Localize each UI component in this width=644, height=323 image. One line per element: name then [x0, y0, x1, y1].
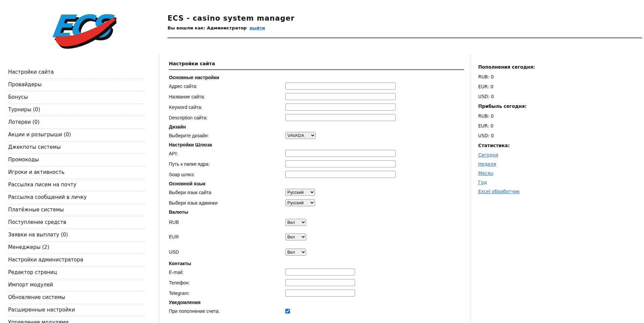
section-basic-settings: Основные настройки	[169, 73, 464, 81]
admin-language-row: Выбери язык админки Русский	[169, 198, 464, 208]
site-language-label: Выбери язык сайта	[169, 190, 285, 195]
telegram-row: Telegram:	[169, 288, 464, 298]
api-input[interactable]	[285, 150, 396, 157]
site-keyword-row: Keyword сайта:	[169, 102, 464, 112]
section-currencies: Валюты	[169, 208, 464, 215]
currency-rub-select[interactable]: Вкл	[285, 219, 306, 226]
profit-rub-value: RUB: 0	[478, 113, 641, 119]
sidebar-item-mail-broadcast[interactable]: Рассылка писем на почту	[7, 179, 145, 191]
sidebar-nav: Настройки сайта Провайдеры Бонусы Турнир…	[0, 54, 159, 323]
soap-gateway-row: Soap шлюз:	[169, 169, 464, 180]
section-contacts: Контакты	[169, 259, 464, 267]
deposits-rub-value: RUB: 0	[478, 74, 641, 79]
deposits-usd-value: USD: 0	[478, 94, 641, 99]
login-status-text: Вы вошли как: Администратор	[168, 25, 247, 30]
sidebar-item-jackpots[interactable]: Джекпоты системы	[7, 141, 145, 154]
deposit-notification-checkbox[interactable]	[285, 309, 290, 314]
telegram-input[interactable]	[285, 290, 355, 297]
stats-link-today[interactable]: Сегодня	[478, 153, 498, 157]
phone-row: Телефон:	[169, 277, 464, 288]
design-select-label: Выберите дизайн:	[169, 133, 285, 138]
site-keyword-input[interactable]	[285, 103, 396, 111]
ecs-logo[interactable]: ECS ECS	[47, 5, 116, 50]
admin-language-select[interactable]: Русский	[285, 199, 315, 206]
sidebar-item-bonuses[interactable]: Бонусы	[7, 91, 145, 104]
sidebar-item-tournaments[interactable]: Турниры (0)	[7, 104, 145, 116]
sidebar-item-payout-requests[interactable]: Заявки на выплату (0)	[7, 229, 145, 241]
site-description-input[interactable]	[285, 114, 396, 121]
site-language-select[interactable]: Русский	[285, 189, 315, 196]
content-columns: Настройки сайта Провайдеры Бонусы Турнир…	[0, 54, 644, 323]
core-path-row: Путь к папке ядра:	[169, 159, 464, 169]
admin-language-label: Выбери язык админки	[169, 200, 285, 206]
site-description-row: Description сайта:	[169, 112, 464, 123]
profit-eur-value: EUR: 0	[478, 123, 641, 129]
section-main-language: Основной язык	[169, 180, 464, 187]
section-notifications: Уведомления	[169, 298, 464, 306]
api-label: API:	[169, 151, 285, 156]
sidebar-item-module-import[interactable]: Импорт модулей	[7, 279, 145, 292]
sidebar-item-admin-settings[interactable]: Настройки администратора	[7, 254, 145, 267]
sidebar-item-incoming-funds[interactable]: Поступление средств	[7, 216, 145, 229]
deposits-today-title: Пополнения сегодня:	[478, 64, 641, 70]
deposit-notification-label: При пополнение счета:	[169, 308, 285, 314]
site-language-row: Выбери язык сайта Русский	[169, 187, 464, 198]
core-path-input[interactable]	[285, 160, 396, 167]
sidebar-item-advanced-settings[interactable]: Расширенные настройки	[7, 304, 145, 317]
main-panel: Настройки сайта Основные настройки Адрес…	[159, 54, 471, 323]
sidebar-item-site-settings[interactable]: Настройки сайта	[7, 66, 145, 79]
section-gateway-settings: Настройки Шлюза	[169, 141, 464, 148]
deposits-eur-value: EUR: 0	[478, 84, 641, 89]
phone-input[interactable]	[285, 279, 355, 286]
sidebar-item-managers[interactable]: Менеджеры (2)	[7, 241, 145, 254]
deposit-notification-row: При пополнение счета:	[169, 306, 464, 316]
section-design: Дизайн	[169, 123, 464, 130]
site-keyword-label: Keyword сайта:	[169, 105, 285, 110]
sidebar-item-promocodes[interactable]: Промокоды	[7, 154, 145, 166]
sidebar-item-payment-systems[interactable]: Платёжные системы	[7, 204, 145, 216]
sidebar-item-page-editor[interactable]: Редактор страниц	[7, 267, 145, 279]
currency-rub-label: RUB	[169, 220, 285, 225]
design-select-row: Выберите дизайн: VAVADA	[169, 130, 464, 141]
stats-link-week[interactable]: Неделя	[478, 162, 496, 166]
sidebar-item-promotions[interactable]: Акции и розыгрыши (0)	[7, 129, 145, 141]
currency-rub-row: RUB Вкл	[169, 215, 464, 229]
currency-usd-label: USD	[169, 249, 285, 255]
email-input[interactable]	[285, 269, 355, 276]
site-address-row: Адрес сайта:	[169, 81, 464, 91]
statistics-title: Статистика:	[478, 143, 641, 148]
stats-panel: Пополнения сегодня: RUB: 0 EUR: 0 USD: 0…	[471, 54, 644, 323]
site-address-input[interactable]	[285, 83, 396, 90]
section-divider	[169, 69, 464, 70]
profit-usd-value: USD: 0	[478, 133, 641, 138]
excel-handler-link[interactable]: Excel обработчик	[478, 189, 520, 194]
currency-eur-select[interactable]: Вкл	[285, 233, 306, 240]
currency-eur-label: EUR	[169, 234, 285, 239]
sidebar-item-players-activity[interactable]: Игроки и активность	[7, 166, 145, 179]
sidebar-item-system-update[interactable]: Обновление системы	[7, 292, 145, 304]
sidebar-item-pm-broadcast[interactable]: Рассылка сообщений в личку	[7, 191, 145, 204]
phone-label: Телефон:	[169, 280, 285, 285]
soap-gateway-input[interactable]	[285, 171, 396, 178]
login-status: Вы вошли как: Администратор выйти	[168, 25, 295, 30]
profit-today-title: Прибыль сегодня:	[478, 103, 641, 109]
currency-usd-row: USD Вкл	[169, 245, 464, 259]
design-select[interactable]: VAVADA	[285, 132, 316, 139]
stats-link-year[interactable]: Год	[478, 180, 487, 185]
ecs-logo-icon: ECS ECS	[47, 5, 116, 50]
page-title: ECS - casino system manager	[168, 14, 295, 22]
section-title: Настройки сайта	[169, 61, 464, 66]
currency-eur-row: EUR Вкл	[169, 229, 464, 245]
sidebar-item-lotteries[interactable]: Лотереи (0)	[7, 116, 145, 129]
currency-usd-select[interactable]: Вкл	[285, 249, 306, 256]
page-header: ECS ECS ECS - casino system manager Вы в…	[0, 0, 644, 54]
email-label: E-mail:	[169, 270, 285, 275]
logout-link[interactable]: выйти	[249, 25, 265, 30]
telegram-label: Telegram:	[169, 291, 285, 296]
sidebar-item-module-management[interactable]: Управление модулями	[7, 317, 145, 323]
site-name-input[interactable]	[285, 93, 396, 100]
core-path-label: Путь к папке ядра:	[169, 161, 285, 167]
soap-gateway-label: Soap шлюз:	[169, 172, 285, 177]
stats-link-month[interactable]: Месяц	[478, 171, 493, 176]
sidebar-item-providers[interactable]: Провайдеры	[7, 79, 145, 91]
